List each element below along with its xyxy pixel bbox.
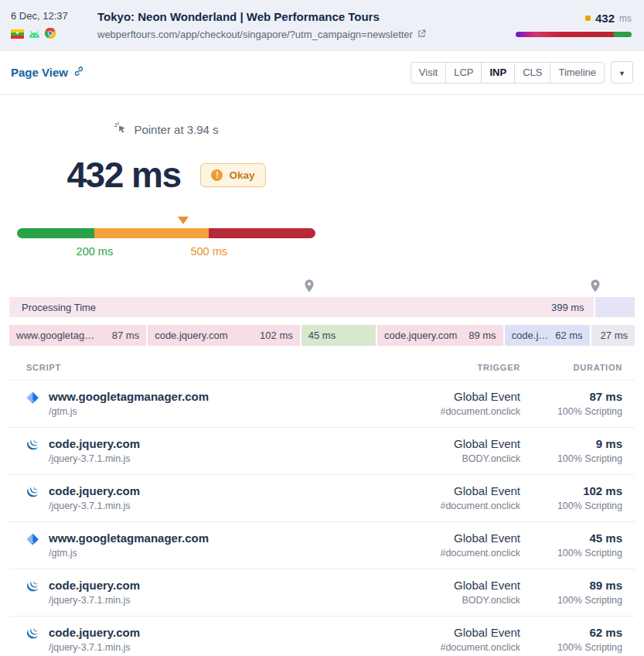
duration-value: 102 ms (520, 484, 622, 497)
report-date: 6 Dec, 12:37 (11, 10, 88, 22)
duration-breakdown: 100% Scripting (520, 453, 622, 464)
page-url[interactable]: webperftours.com/app/checkout/singapore/… (97, 29, 413, 40)
url-row: webperftours.com/app/checkout/singapore/… (97, 29, 516, 40)
test-meta: 6 Dec, 12:37 (11, 10, 88, 42)
metric-tab-group: Visit LCP INP CLS Timeline ▼ (411, 61, 633, 84)
trigger-target: BODY.onclick (366, 595, 520, 606)
timeline-segment[interactable]: www.googletag… 87 ms (9, 325, 146, 346)
myanmar-flag-icon (11, 28, 24, 42)
view-toolbar: Page View Visit LCP INP CLS Timeline ▼ (0, 51, 644, 95)
duration-breakdown: 100% Scripting (520, 642, 622, 653)
tabs-dropdown-button[interactable]: ▼ (611, 61, 633, 84)
gtm-icon (26, 391, 39, 417)
timeline-pins (9, 279, 635, 295)
duration-value: 87 ms (520, 390, 622, 403)
script-host: code.jquery.com (49, 579, 140, 592)
environment-icons (11, 28, 88, 42)
processing-time-duration: 399 ms (551, 302, 584, 313)
metric-summary: 432 ms (516, 10, 632, 42)
script-path: /jquery-3.7.1.min.js (49, 595, 140, 606)
page-view-label: Page View (11, 66, 68, 79)
trigger-type: Global Event (366, 626, 520, 639)
trigger-type: Global Event (366, 579, 520, 592)
timeline-segment[interactable]: code.jquery.com 102 ms (148, 325, 300, 346)
tab-timeline[interactable]: Timeline (550, 62, 605, 84)
script-path: /gtm.js (49, 548, 209, 559)
timeline-segment[interactable]: 45 ms (302, 325, 376, 346)
script-path: /jquery-3.7.1.min.js (49, 501, 140, 511)
script-path: /jquery-3.7.1.min.js (49, 642, 140, 653)
trigger-type: Global Event (366, 484, 520, 497)
jquery-icon (26, 439, 39, 464)
script-host: www.googletagmanager.com (49, 531, 209, 545)
tab-visit[interactable]: Visit (411, 62, 446, 84)
jquery-icon (26, 627, 39, 653)
rating-label: Okay (229, 169, 254, 181)
duration-value: 45 ms (520, 531, 622, 545)
inp-metric-unit: ms (619, 13, 632, 24)
processing-time-bar[interactable]: Processing Time 399 ms (9, 297, 594, 317)
tab-lcp[interactable]: LCP (445, 62, 482, 84)
pointer-click-icon (114, 121, 127, 137)
trigger-target: #document.onclick (366, 406, 520, 417)
inp-value: 432 ms (66, 154, 180, 196)
external-link-icon[interactable] (417, 29, 426, 40)
presentation-delay-bar[interactable] (595, 297, 635, 317)
processing-time-label: Processing Time (22, 302, 96, 313)
link-icon (73, 66, 84, 79)
script-path: /gtm.js (49, 406, 209, 417)
gauge-bar (17, 228, 315, 238)
timeline-segment[interactable]: 27 ms (591, 325, 635, 346)
script-host: code.jquery.com (49, 626, 140, 639)
table-row[interactable]: www.googletagmanager.com /gtm.js Global … (9, 380, 635, 427)
trigger-target: BODY.onclick (366, 453, 520, 464)
inp-summary-block: Pointer at 3.94 s 432 ms ! Okay 200 ms (0, 121, 332, 261)
phase-timeline-bar (516, 32, 632, 37)
jquery-icon (26, 580, 39, 606)
inp-metric: 432 ms (585, 12, 632, 25)
table-row[interactable]: code.jquery.com /jquery-3.7.1.min.js Glo… (9, 427, 635, 474)
duration-value: 89 ms (520, 579, 622, 592)
duration-value: 62 ms (520, 626, 622, 639)
map-pin-icon[interactable] (591, 279, 600, 296)
gauge-okay-segment (94, 228, 209, 238)
trigger-target: #document.onclick (366, 501, 520, 511)
trigger-type: Global Event (366, 437, 520, 450)
chrome-icon (45, 28, 56, 42)
gauge-poor-segment (209, 228, 315, 238)
duration-breakdown: 100% Scripting (520, 548, 622, 559)
table-row[interactable]: code.jquery.com /jquery-3.7.1.min.js Glo… (9, 616, 635, 656)
timeline-segment[interactable]: code.jqu… 62 ms (505, 325, 590, 346)
tab-cls[interactable]: CLS (514, 62, 550, 84)
gauge-labels: 200 ms 500 ms (17, 245, 315, 261)
table-row[interactable]: code.jquery.com /jquery-3.7.1.min.js Glo… (9, 569, 635, 616)
script-host: code.jquery.com (49, 484, 140, 497)
page-view-link[interactable]: Page View (11, 66, 84, 79)
android-icon (29, 28, 40, 42)
interaction-label-row: Pointer at 3.94 s (0, 121, 332, 137)
map-pin-icon[interactable] (305, 279, 314, 296)
trigger-type: Global Event (366, 390, 520, 403)
page-info: Tokyo: Neon Wonderland | Web Performance… (88, 10, 516, 42)
rating-badge: ! Okay (200, 163, 265, 187)
interaction-timeline: Processing Time 399 ms www.googletag… 87… (9, 279, 635, 346)
app-window: 6 Dec, 12:37 Tokyo: Neon Wonderland | We… (0, 0, 644, 656)
duration-breakdown: 100% Scripting (520, 406, 622, 417)
script-host: www.googletagmanager.com (49, 390, 209, 403)
trigger-target: #document.onclick (366, 642, 520, 653)
inp-status-dot (585, 15, 591, 21)
script-host: code.jquery.com (49, 437, 140, 450)
warning-icon: ! (211, 169, 223, 181)
script-table-header: SCRIPT TRIGGER DURATION (9, 358, 635, 380)
gauge-threshold-500: 500 ms (190, 245, 227, 258)
column-header-trigger: TRIGGER (366, 363, 520, 372)
inp-value-row: 432 ms ! Okay (0, 154, 332, 196)
inp-gauge: 200 ms 500 ms (17, 228, 315, 261)
tab-inp[interactable]: INP (481, 62, 515, 84)
inp-panel: Pointer at 3.94 s 432 ms ! Okay 200 ms (0, 95, 644, 656)
timeline-segment[interactable]: code.jquery.com 89 ms (377, 325, 503, 346)
script-segment-bar: www.googletag… 87 ms code.jquery.com 102… (9, 325, 635, 346)
interaction-label: Pointer at 3.94 s (134, 123, 218, 136)
table-row[interactable]: www.googletagmanager.com /gtm.js Global … (9, 521, 635, 569)
table-row[interactable]: code.jquery.com /jquery-3.7.1.min.js Glo… (9, 474, 635, 521)
